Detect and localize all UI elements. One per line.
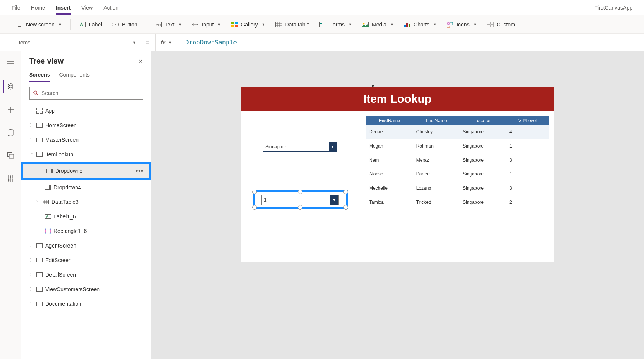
svg-rect-1 (18, 26, 21, 27)
tree-label: ItemLookup (45, 151, 73, 157)
forms-button[interactable]: Forms ▼ (315, 19, 356, 30)
tree-label: Label1_6 (54, 213, 76, 220)
property-selector[interactable]: Items ▼ (13, 36, 140, 49)
dropdown5-selection[interactable]: 1 ▼ (253, 190, 348, 209)
data-table[interactable]: FirstName LastName Location VIPLevel Den… (366, 116, 549, 209)
text-icon: Abc (155, 21, 162, 28)
menu-action[interactable]: Action (104, 1, 118, 15)
input-button[interactable]: Input ▼ (187, 19, 225, 30)
chevron-down-icon: ▼ (178, 23, 182, 26)
search-input[interactable] (41, 90, 139, 96)
button-btn-text: Button (122, 21, 137, 28)
data-table-button[interactable]: Data table (271, 19, 314, 30)
tree-editscreen[interactable]: 〉EditScreen (21, 253, 151, 267)
tree-documentation[interactable]: 〉Documentation (21, 297, 151, 311)
table-row[interactable]: NamMerazSingapore3 (366, 153, 549, 167)
tree-rectangle1-6[interactable]: Rectangle1_6 (21, 224, 151, 238)
canvas-area[interactable]: ↖ Item Lookup Singapore ▼ (151, 51, 644, 359)
tree-app[interactable]: App (21, 103, 151, 118)
menu-home[interactable]: Home (31, 1, 45, 15)
menu-view[interactable]: View (81, 1, 93, 15)
table-row[interactable]: AlonsoParteeSingapore1 (366, 167, 549, 181)
more-icon[interactable]: ••• (136, 168, 144, 174)
add-icon[interactable] (4, 103, 18, 116)
datatable-icon (42, 198, 49, 205)
formula-input[interactable]: DropDownSample (183, 39, 237, 46)
database-icon[interactable] (4, 126, 18, 139)
tree-viewcustomersscreen[interactable]: 〉ViewCustomersScreen (21, 282, 151, 297)
text-button[interactable]: Abc Text ▼ (150, 19, 187, 30)
screen-icon (36, 122, 43, 129)
tree-homescreen[interactable]: 〉HomeScreen (21, 118, 151, 133)
resize-handle[interactable] (252, 205, 257, 210)
svg-rect-66 (37, 244, 43, 248)
svg-rect-22 (404, 25, 406, 27)
label-icon (44, 213, 51, 220)
tree-datatable3[interactable]: 〉DataTable3 (21, 195, 151, 209)
tree-dropdown4[interactable]: Dropdown4 (21, 180, 151, 195)
chevron-down-icon: ▼ (390, 23, 394, 26)
fx-label: fx (161, 39, 166, 46)
label-button[interactable]: Label (74, 19, 107, 30)
tab-components[interactable]: Components (59, 69, 89, 82)
resize-handle[interactable] (343, 205, 348, 210)
search-input-wrapper[interactable] (29, 87, 143, 100)
gallery-btn-text: Gallery (241, 21, 258, 28)
close-icon[interactable]: ✕ (138, 58, 143, 64)
resize-handle[interactable] (298, 205, 302, 210)
resize-handle[interactable] (343, 190, 348, 194)
tree-view-icon[interactable] (3, 80, 17, 93)
table-row[interactable]: MechelleLozanoSingapore3 (366, 181, 549, 195)
charts-button[interactable]: Charts ▼ (399, 19, 441, 30)
tree-masterscreen[interactable]: 〉MasterScreen (21, 133, 151, 147)
col-firstname[interactable]: FirstName (366, 116, 413, 125)
app-screen[interactable]: Item Lookup Singapore ▼ (241, 87, 554, 262)
dropdown5-control[interactable]: 1 ▼ (261, 195, 339, 205)
custom-button[interactable]: Custom (482, 19, 520, 30)
resize-handle[interactable] (298, 190, 302, 194)
tree-itemlookup[interactable]: 〉ItemLookup (21, 147, 151, 162)
fx-button[interactable]: fx ▼ (155, 34, 178, 51)
table-row[interactable]: DenaeChesleySingapore4 (366, 125, 549, 139)
col-location[interactable]: Location (460, 116, 506, 125)
tree-label: EditScreen (45, 257, 71, 263)
media-icon (362, 21, 369, 28)
svg-rect-69 (37, 287, 43, 292)
chevron-down-icon: ▼ (433, 23, 437, 26)
menu-file[interactable]: File (12, 1, 20, 15)
menu-insert[interactable]: Insert (56, 1, 71, 15)
svg-rect-18 (320, 25, 325, 25)
tree-agentscreen[interactable]: 〉AgentScreen (21, 238, 151, 253)
icons-button[interactable]: Icons ▼ (442, 19, 481, 30)
tree-dropdown5[interactable]: Dropdown5 ••• (23, 164, 149, 178)
tools-icon[interactable] (4, 172, 18, 185)
svg-rect-45 (40, 108, 43, 110)
button-button[interactable]: Button (107, 19, 142, 30)
tree-label1-6[interactable]: Label1_6 (21, 209, 151, 224)
dropdown4-control[interactable]: Singapore ▼ (263, 142, 337, 152)
col-viplevel[interactable]: VIPLevel (506, 116, 549, 125)
app-icon (36, 107, 43, 114)
tab-screens[interactable]: Screens (29, 69, 50, 82)
tree-label: DetailScreen (45, 272, 76, 278)
gallery-button[interactable]: Gallery ▼ (226, 19, 269, 30)
table-row[interactable]: MeganRohmanSingapore1 (366, 139, 549, 153)
label-icon (79, 21, 86, 28)
svg-point-36 (8, 130, 13, 131)
tree-detailscreen[interactable]: 〉DetailScreen (21, 267, 151, 282)
tree-view-title: Tree view (29, 57, 64, 66)
dropdown5-value: 1 (262, 197, 267, 203)
table-row[interactable]: TamicaTrickettSingapore2 (366, 195, 549, 209)
new-screen-button[interactable]: New screen ▼ (12, 19, 66, 30)
dropdown4-value: Singapore (263, 144, 286, 149)
hamburger-icon[interactable] (4, 57, 18, 70)
screen-icon (36, 242, 43, 249)
tree-label: DataTable3 (51, 199, 79, 205)
icons-btn-text: Icons (457, 21, 469, 28)
resize-handle[interactable] (252, 190, 257, 194)
media-button[interactable]: Media ▼ (357, 19, 398, 30)
svg-rect-26 (450, 22, 453, 25)
col-lastname[interactable]: LastName (413, 116, 460, 125)
media-pane-icon[interactable] (4, 149, 18, 162)
left-rail (0, 51, 21, 359)
